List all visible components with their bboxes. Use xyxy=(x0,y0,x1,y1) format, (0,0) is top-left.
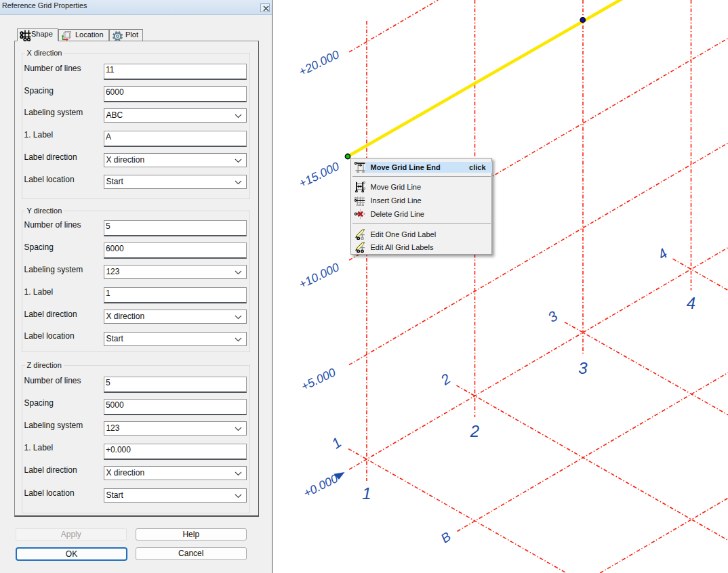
svg-text:4: 4 xyxy=(655,245,670,263)
svg-text:B: B xyxy=(438,529,453,546)
svg-text:3: 3 xyxy=(578,359,588,377)
svg-text:+10.000: +10.000 xyxy=(297,260,342,291)
svg-text:1: 1 xyxy=(362,484,371,503)
svg-text:3: 3 xyxy=(545,307,561,325)
svg-text:2: 2 xyxy=(470,422,479,440)
svg-text:+15.000: +15.000 xyxy=(297,159,342,190)
svg-text:+5.000: +5.000 xyxy=(299,365,338,394)
svg-text:4: 4 xyxy=(687,294,695,312)
svg-text:+20.000: +20.000 xyxy=(297,47,342,79)
svg-text:1: 1 xyxy=(329,434,344,452)
svg-text:+0.000: +0.000 xyxy=(301,471,340,500)
svg-text:2: 2 xyxy=(437,370,453,388)
